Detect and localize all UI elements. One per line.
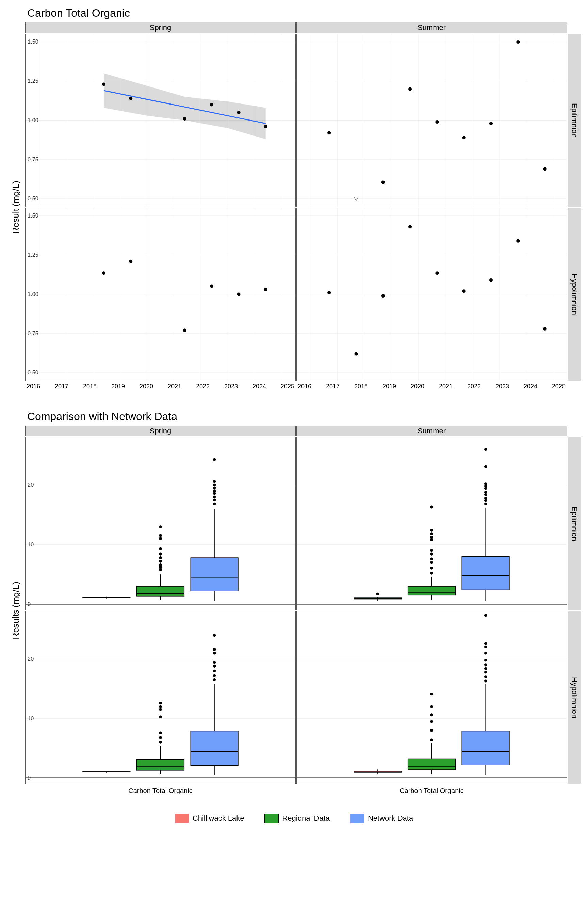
svg-point-202 [213, 678, 216, 681]
svg-point-121 [159, 547, 162, 550]
svg-point-233 [484, 675, 487, 678]
svg-point-174 [484, 466, 487, 468]
svg-rect-220 [408, 759, 456, 770]
svg-point-146 [376, 593, 379, 595]
svg-point-136 [213, 480, 216, 483]
svg-point-49 [543, 167, 546, 171]
svg-point-191 [159, 741, 162, 744]
svg-text:0.50: 0.50 [27, 196, 39, 202]
bpanel-summer-epi [296, 437, 567, 610]
svg-point-122 [159, 537, 162, 540]
svg-point-26 [264, 125, 267, 128]
svg-text:20: 20 [27, 482, 34, 488]
svg-point-73 [210, 284, 213, 288]
svg-point-224 [430, 720, 433, 723]
svg-point-22 [129, 97, 132, 100]
svg-rect-164 [462, 556, 509, 590]
facet-col-spring: Spring [25, 22, 296, 33]
svg-point-157 [430, 538, 433, 541]
svg-point-130 [213, 499, 216, 501]
svg-text:10: 10 [27, 541, 34, 547]
facet-col-summer: Summer [296, 22, 567, 33]
panel-spring-hypo: 0.500.751.001.251.50 [25, 208, 296, 381]
svg-text:20: 20 [27, 656, 34, 662]
svg-point-43 [381, 180, 385, 184]
svg-point-159 [430, 532, 433, 535]
svg-point-99 [543, 327, 546, 331]
svg-text:1.50: 1.50 [27, 212, 39, 218]
svg-point-238 [484, 651, 487, 654]
svg-point-167 [484, 499, 487, 502]
svg-point-118 [159, 560, 162, 563]
swatch-network [350, 813, 364, 823]
svg-point-166 [484, 503, 487, 506]
svg-point-192 [159, 736, 162, 739]
legend-chilliwack: Chilliwack Lake [175, 813, 244, 823]
svg-point-134 [213, 487, 216, 490]
svg-text:1.00: 1.00 [27, 291, 39, 297]
svg-point-234 [484, 671, 487, 673]
svg-point-160 [430, 529, 433, 532]
svg-point-93 [381, 294, 385, 297]
legend-network: Network Data [350, 813, 413, 823]
svg-point-25 [237, 111, 240, 114]
svg-point-44 [408, 87, 412, 91]
svg-rect-113 [137, 586, 184, 597]
svg-point-119 [159, 556, 162, 559]
svg-point-170 [484, 491, 487, 493]
legend-regional: Regional Data [264, 813, 330, 823]
svg-point-120 [159, 553, 162, 556]
svg-point-131 [213, 496, 216, 498]
svg-point-161 [430, 506, 433, 508]
svg-point-97 [489, 278, 493, 282]
svg-point-209 [213, 634, 216, 637]
svg-point-23 [183, 117, 186, 121]
svg-point-21 [102, 82, 105, 86]
svg-point-241 [484, 614, 487, 617]
svg-point-74 [237, 293, 240, 296]
svg-point-72 [183, 328, 186, 332]
svg-point-158 [430, 536, 433, 539]
svg-text:1.25: 1.25 [27, 78, 39, 84]
svg-point-204 [213, 669, 216, 672]
svg-point-151 [430, 572, 433, 575]
svg-rect-149 [408, 586, 456, 595]
svg-point-207 [213, 651, 216, 654]
scatter-ylabel: Result (mg/L) [7, 34, 24, 381]
svg-point-237 [484, 659, 487, 661]
svg-point-169 [484, 493, 487, 496]
svg-rect-127 [191, 558, 238, 591]
bxlabel2: Carbon Total Organic [296, 785, 567, 800]
bfacet-col-spring: Spring [25, 425, 296, 436]
panel-spring-epi: 0.500.751.001.251.50 [25, 34, 296, 207]
svg-point-171 [484, 487, 487, 490]
svg-point-206 [213, 661, 216, 664]
svg-point-129 [213, 503, 216, 506]
bxlabel1: Carbon Total Organic [25, 785, 296, 800]
svg-point-70 [102, 271, 105, 275]
svg-point-194 [159, 715, 162, 718]
svg-text:1.50: 1.50 [27, 39, 39, 45]
svg-text:1.25: 1.25 [27, 252, 39, 258]
svg-point-137 [213, 458, 216, 461]
svg-point-155 [430, 553, 433, 556]
svg-text:1.00: 1.00 [27, 117, 39, 123]
svg-point-153 [430, 561, 433, 564]
svg-rect-230 [462, 731, 509, 765]
svg-point-208 [213, 648, 216, 651]
svg-point-135 [213, 484, 216, 487]
svg-point-223 [430, 729, 433, 732]
svg-point-71 [129, 260, 132, 263]
svg-point-95 [435, 271, 439, 275]
svg-point-222 [430, 739, 433, 741]
legend: Chilliwack Lake Regional Data Network Da… [7, 813, 581, 823]
svg-point-42 [327, 131, 331, 134]
bpanel-spring-hypo: 01020 [25, 611, 296, 784]
svg-point-92 [354, 352, 358, 356]
svg-point-124 [159, 525, 162, 528]
svg-point-48 [516, 40, 520, 44]
bfacet-col-summer: Summer [296, 425, 567, 436]
panel-summer-hypo [296, 208, 567, 381]
svg-point-117 [159, 563, 162, 566]
svg-point-123 [159, 534, 162, 537]
